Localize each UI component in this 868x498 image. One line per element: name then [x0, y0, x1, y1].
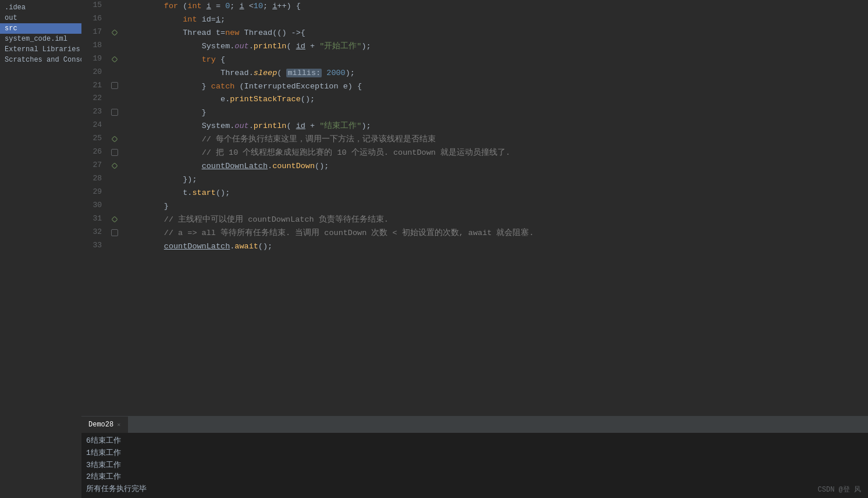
tab-close-icon[interactable]: ✕: [117, 421, 120, 428]
sidebar-item-idea[interactable]: .idea: [0, 2, 81, 13]
code-line-33: 33 countDownLatch.await();: [81, 240, 868, 254]
code-line-19: 19 try {: [81, 54, 868, 67]
line-num-20: 20: [81, 67, 108, 80]
gutter-16: [108, 13, 122, 27]
line-content-19: try {: [122, 54, 868, 67]
line-content-17: Thread t=new Thread(() ->{: [122, 27, 868, 40]
line-content-27: countDownLatch.countDown();: [122, 160, 868, 173]
line-content-24: System.out.println( id + "结束工作");: [122, 120, 868, 133]
code-line-27: 27 countDownLatch.countDown();: [81, 160, 868, 173]
console-tab-demo28[interactable]: Demo28 ✕: [81, 417, 128, 433]
code-line-23: 23 }: [81, 106, 868, 120]
code-line-31: 31 // 主线程中可以使用 countDownLatch 负责等待任务结束.: [81, 214, 868, 227]
sidebar-item-iml[interactable]: system_code.iml: [0, 34, 81, 44]
line-content-30: }: [122, 200, 868, 214]
sidebar-item-label: system_code.iml: [5, 35, 67, 43]
line-num-24: 24: [81, 120, 108, 133]
gutter-29: [108, 187, 122, 200]
console-line-2: 1结束工作: [86, 447, 863, 460]
line-num-18: 18: [81, 40, 108, 54]
break-icon-23[interactable]: [111, 109, 118, 116]
sidebar-item-label: External Libraries: [5, 45, 80, 54]
line-content-22: e.printStackTrace();: [122, 93, 868, 106]
line-content-29: t.start();: [122, 187, 868, 200]
line-num-16: 16: [81, 13, 108, 27]
gutter-20: [108, 67, 122, 80]
fold-icon-27[interactable]: [111, 162, 118, 169]
code-line-18: 18 System.out.println( id + "开始工作");: [81, 40, 868, 54]
line-content-31: // 主线程中可以使用 countDownLatch 负责等待任务结束.: [122, 214, 868, 227]
line-num-22: 22: [81, 93, 108, 106]
line-content-21: } catch (InterruptedException e) {: [122, 80, 868, 94]
line-num-21: 21: [81, 80, 108, 94]
line-content-26: // 把 10 个线程想象成短跑比赛的 10 个运动员. countDown 就…: [122, 147, 868, 160]
console-line-3: 3结束工作: [86, 460, 863, 472]
fold-icon-31[interactable]: [111, 216, 118, 222]
bottom-panel: Demo28 ✕ 6结束工作 1结束工作 3结束工作 2结束工作 所有任务执行完…: [81, 416, 868, 498]
break-icon-21[interactable]: [111, 82, 118, 89]
code-line-26: 26 // 把 10 个线程想象成短跑比赛的 10 个运动员. countDow…: [81, 147, 868, 160]
gutter-18: [108, 40, 122, 54]
line-content-20: Thread.sleep( millis: 2000);: [122, 67, 868, 80]
gutter-28: [108, 173, 122, 187]
line-num-29: 29: [81, 187, 108, 200]
line-num-32: 32: [81, 227, 108, 240]
line-content-28: });: [122, 173, 868, 187]
code-lines: 15 for (int i = 0; i <10; i++) { 16 int …: [81, 0, 868, 254]
break-icon-26[interactable]: [111, 149, 118, 156]
gutter-24: [108, 120, 122, 133]
sidebar-item-scratches[interactable]: Scratches and Consoles: [0, 55, 81, 65]
gutter-21: [108, 80, 122, 94]
line-num-26: 26: [81, 147, 108, 160]
code-editor: 15 for (int i = 0; i <10; i++) { 16 int …: [81, 0, 868, 416]
code-line-25: 25 // 每个任务执行结束这里，调用一下方法，记录该线程是否结束: [81, 133, 868, 147]
sidebar-item-src[interactable]: src: [0, 23, 81, 34]
gutter-30: [108, 200, 122, 214]
console-line-5: 所有任务执行完毕: [86, 483, 863, 496]
line-num-28: 28: [81, 173, 108, 187]
code-line-28: 28 });: [81, 173, 868, 187]
line-content-16: int id=i;: [122, 13, 868, 27]
line-num-31: 31: [81, 214, 108, 227]
line-num-15: 15: [81, 0, 108, 13]
line-num-30: 30: [81, 200, 108, 214]
gutter-32: [108, 227, 122, 240]
console-line-4: 2结束工作: [86, 471, 863, 483]
gutter-15: [108, 0, 122, 13]
gutter-26: [108, 147, 122, 160]
sidebar-item-label: src: [5, 24, 17, 33]
code-line-24: 24 System.out.println( id + "结束工作");: [81, 120, 868, 133]
code-line-32: 32 // a => all 等待所有任务结束. 当调用 countDown 次…: [81, 227, 868, 240]
code-line-20: 20 Thread.sleep( millis: 2000);: [81, 67, 868, 80]
gutter-31: [108, 214, 122, 227]
fold-icon-25[interactable]: [111, 136, 118, 143]
line-num-25: 25: [81, 133, 108, 147]
line-num-17: 17: [81, 27, 108, 40]
line-num-19: 19: [81, 54, 108, 67]
sidebar-item-label: out: [5, 14, 17, 22]
code-line-21: 21 } catch (InterruptedException e) {: [81, 80, 868, 94]
sidebar-item-out[interactable]: out: [0, 13, 81, 23]
editor-area: 15 for (int i = 0; i <10; i++) { 16 int …: [81, 0, 868, 498]
gutter-27: [108, 160, 122, 173]
bottom-tabs: Demo28 ✕: [81, 417, 868, 433]
console-output: 6结束工作 1结束工作 3结束工作 2结束工作 所有任务执行完毕: [81, 433, 868, 498]
code-line-15: 15 for (int i = 0; i <10; i++) {: [81, 0, 868, 13]
line-content-18: System.out.println( id + "开始工作");: [122, 40, 868, 54]
code-line-16: 16 int id=i;: [81, 13, 868, 27]
console-line-1: 6结束工作: [86, 435, 863, 447]
gutter-17: [108, 27, 122, 40]
sidebar-item-extlibs[interactable]: External Libraries: [0, 44, 81, 55]
code-line-17: 17 Thread t=new Thread(() ->{: [81, 27, 868, 40]
line-num-33: 33: [81, 240, 108, 254]
code-line-22: 22 e.printStackTrace();: [81, 93, 868, 106]
line-content-33: countDownLatch.await();: [122, 240, 868, 254]
line-content-25: // 每个任务执行结束这里，调用一下方法，记录该线程是否结束: [122, 133, 868, 147]
fold-icon-17[interactable]: [111, 29, 118, 35]
gutter-33: [108, 240, 122, 254]
break-icon-32[interactable]: [111, 229, 118, 236]
gutter-22: [108, 93, 122, 106]
sidebar: .idea out src system_code.iml External L…: [0, 0, 81, 498]
fold-icon-19[interactable]: [111, 56, 118, 62]
line-content-23: }: [122, 106, 868, 120]
